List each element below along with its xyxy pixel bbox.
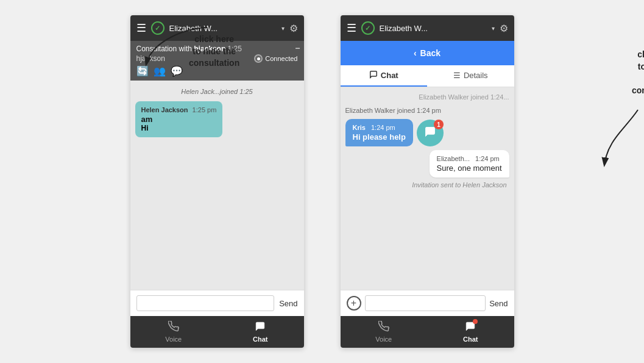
float-badge: 1 <box>434 120 444 129</box>
bubble-elizabeth: Elizabeth... 1:24 pm Sure, one moment <box>430 150 509 178</box>
left-nav-voice[interactable]: Voice <box>130 316 218 348</box>
truncated-msg: Elizabeth Walker joined 1:24... <box>345 92 509 102</box>
conference-icon[interactable]: 👥 <box>154 65 166 77</box>
left-status-circle <box>151 21 165 35</box>
right-dropdown-icon[interactable]: ▾ <box>492 25 495 32</box>
chat-action-icon[interactable]: 💬 <box>171 65 183 77</box>
right-agent-name: Elizabeth W... <box>380 24 486 33</box>
join-notice: Helen Jack...joined 1:25 <box>135 85 299 98</box>
left-dropdown-icon[interactable]: ▾ <box>281 25 285 32</box>
right-chat-input[interactable] <box>365 295 486 311</box>
right-hamburger-icon[interactable]: ☰ <box>347 21 356 35</box>
tab-details-label: Details <box>464 71 488 80</box>
left-voice-icon <box>168 321 179 334</box>
left-voice-label: Voice <box>165 336 182 343</box>
left-chat-label: Chat <box>253 336 267 343</box>
right-status-circle <box>361 21 375 35</box>
left-consultation-bar: − Consultation with hjackson 1:25 hjacks… <box>130 41 304 81</box>
left-nav-chat[interactable]: Chat <box>217 316 304 348</box>
right-bottom-nav: Voice Chat <box>341 316 514 348</box>
bubble-sender: Helen Jackson 1:25 pm <box>141 106 217 113</box>
bubble-line1: am <box>141 115 217 124</box>
right-header: ☰ Elizabeth W... ▾ ⚙ <box>341 15 514 41</box>
left-chat-icon <box>255 321 266 334</box>
scene: ☰ Elizabeth W... ▾ ⚙ − Consultation with… <box>0 0 644 363</box>
left-bottom-nav: Voice Chat <box>130 316 304 348</box>
blue-bubble-row: Kris 1:24 pm Hi please help 1 <box>345 119 509 146</box>
bubble-kris-header: Kris 1:24 pm <box>353 124 406 131</box>
left-chat-bubble: Helen Jackson 1:25 pm am Hi <box>135 101 223 137</box>
tab-details[interactable]: ☰ Details <box>427 65 514 87</box>
right-chat-label-nav: Chat <box>463 336 478 343</box>
white-bubble-row: Elizabeth... 1:24 pm Sure, one moment <box>345 150 509 178</box>
right-send-button[interactable]: Send <box>489 299 508 308</box>
float-action-button[interactable]: 1 <box>417 120 444 146</box>
left-chat-input[interactable] <box>136 295 275 311</box>
left-agent-name: Elizabeth W... <box>169 24 275 33</box>
float-chat-icon <box>424 126 436 141</box>
add-button[interactable]: + <box>347 296 361 311</box>
bubble-kris-text: Hi please help <box>353 132 406 142</box>
right-voice-icon <box>378 321 389 334</box>
tab-bar: Chat ☰ Details <box>341 65 514 87</box>
consultation-row: hjackson Connected <box>136 54 298 63</box>
back-label: Back <box>420 48 441 58</box>
minimize-button[interactable]: − <box>295 43 300 53</box>
right-chat-content: Elizabeth Walker joined 1:24... Elizabet… <box>341 87 514 290</box>
bubble-kris: Kris 1:24 pm Hi please help <box>345 119 413 146</box>
right-nav-voice[interactable]: Voice <box>341 316 428 348</box>
connected-badge: Connected <box>254 54 297 63</box>
right-settings-icon[interactable]: ⚙ <box>500 23 508 34</box>
left-input-area: Send <box>130 290 304 316</box>
consultation-title: Consultation with hjackson 1:25 <box>136 45 298 53</box>
left-header: ☰ Elizabeth W... ▾ ⚙ <box>130 15 304 41</box>
left-panel: ☰ Elizabeth W... ▾ ⚙ − Consultation with… <box>130 15 304 348</box>
invitation-text: Invitation sent to Helen Jackson <box>345 181 509 189</box>
left-chat-content: Helen Jack...joined 1:25 Helen Jackson 1… <box>130 81 304 290</box>
right-input-area: + Send <box>341 290 514 316</box>
tab-details-icon: ☰ <box>453 71 461 80</box>
tab-chat-label: Chat <box>381 71 398 80</box>
tab-chat[interactable]: Chat <box>341 65 428 87</box>
left-send-button[interactable]: Send <box>279 299 297 308</box>
bubble-elizabeth-text: Sure, one moment <box>437 164 502 173</box>
chat-nav-badge <box>473 319 478 324</box>
bubble-line2: Hi <box>141 124 217 132</box>
action-icons: 🔄 👥 💬 <box>136 65 298 77</box>
right-voice-label: Voice <box>375 336 392 343</box>
right-nav-chat[interactable]: Chat <box>427 316 514 348</box>
back-bar[interactable]: ‹ Back <box>341 41 514 65</box>
join-msg: Elizabeth Walker joined 1:24 pm <box>345 106 509 115</box>
bubble-elizabeth-header: Elizabeth... 1:24 pm <box>437 155 502 162</box>
transfer-icon[interactable]: 🔄 <box>136 65 149 77</box>
tab-chat-icon <box>369 70 378 81</box>
connected-dot-icon <box>254 54 263 63</box>
back-chevron-icon: ‹ <box>414 48 417 58</box>
right-annotation-text: click hereto reopentheconsultation <box>632 49 644 96</box>
left-settings-icon[interactable]: ⚙ <box>289 23 298 34</box>
right-chat-icon-nav <box>465 321 476 334</box>
consultation-user: hjackson <box>136 54 165 63</box>
right-arrow-svg <box>601 104 644 177</box>
right-panel: ☰ Elizabeth W... ▾ ⚙ ‹ Back Chat ☰ <box>341 15 514 348</box>
left-hamburger-icon[interactable]: ☰ <box>136 21 146 35</box>
